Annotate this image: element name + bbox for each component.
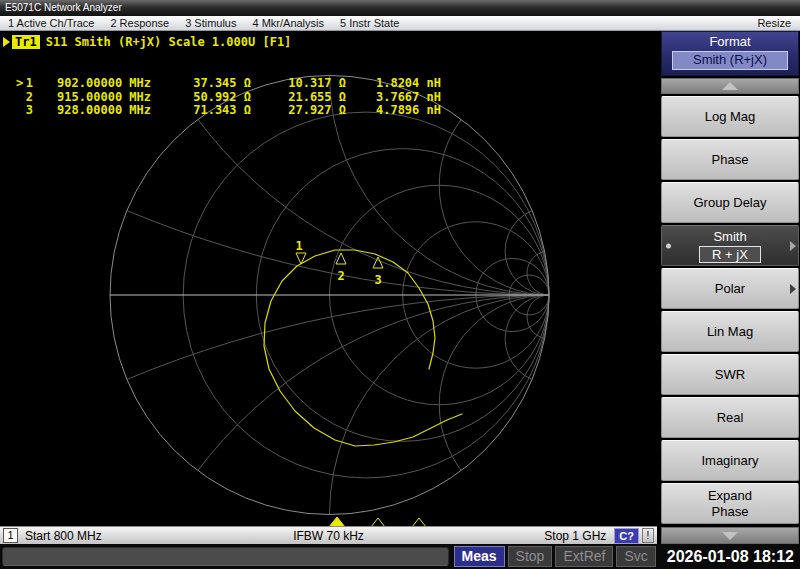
resize-button[interactable]: Resize: [757, 17, 800, 29]
softkey-label: Group Delay: [694, 195, 767, 211]
menu-item-5[interactable]: 5 Instr State: [332, 17, 407, 29]
trace-format-label: S11 Smith (R+jX) Scale 1.000U [F1]: [46, 35, 292, 49]
softkey-label: Smith: [713, 229, 746, 245]
softkey-label: Expand: [708, 488, 752, 504]
stop-status-badge: Stop: [508, 546, 553, 567]
status-left: 1 Start 800 MHz: [0, 528, 219, 543]
titlebar: E5071C Network Analyzer: [0, 0, 800, 16]
alert-indicator: !: [642, 528, 654, 543]
marker-row: 3928.00000 MHz71.343 Ω27.927 Ω4.7896 nH: [0, 104, 441, 118]
softkey-smith[interactable]: SmithR + jX: [661, 225, 799, 266]
marker-row: >1902.00000 MHz37.345 Ω10.317 Ω1.8204 nH: [0, 77, 441, 91]
cal-status-badge: C?: [614, 528, 639, 544]
scroll-down-button[interactable]: [661, 527, 799, 544]
softkey-label: SWR: [715, 367, 745, 383]
softkey-expand-phase[interactable]: ExpandPhase: [661, 483, 799, 524]
marker-cell: 37.345 Ω: [151, 77, 251, 91]
marker-cell: >: [16, 77, 24, 91]
scroll-up-button[interactable]: [661, 78, 799, 94]
marker-cell: 928.00000 MHz: [33, 104, 151, 118]
svc-status-badge: Svc: [616, 546, 655, 567]
marker-cell: 10.317 Ω: [251, 77, 346, 91]
marker-cell: 21.655 Ω: [251, 91, 346, 105]
scroll-up-icon: [722, 82, 738, 90]
app-window: E5071C Network Analyzer 1 Active Ch/Trac…: [0, 0, 800, 569]
submenu-arrow-icon: [790, 241, 796, 251]
status-row: 1 Start 800 MHz IFBW 70 kHz Stop 1 GHz C…: [0, 526, 800, 544]
format-header: Format Smith (R+jX): [661, 31, 799, 76]
scroll-down-icon: [722, 532, 738, 540]
softkey-label: Real: [717, 410, 744, 426]
status-middle: IFBW 70 kHz: [219, 529, 438, 543]
softkey-label: Log Mag: [705, 109, 756, 125]
marker-cell: 1: [24, 77, 33, 91]
marker-table: >1902.00000 MHz37.345 Ω10.317 Ω1.8204 nH…: [0, 77, 441, 118]
marker-cell: [16, 91, 24, 105]
marker-cell: 4.7896 nH: [346, 104, 441, 118]
bottom-bar: Meas Stop ExtRef Svc 2026-01-08 18:12: [0, 544, 800, 569]
softkey-log-mag[interactable]: Log Mag: [661, 96, 799, 137]
trace-header[interactable]: Tr1 S11 Smith (R+jX) Scale 1.000U [F1]: [3, 35, 291, 49]
marker-cell: 915.00000 MHz: [33, 91, 151, 105]
softkey-group-delay[interactable]: Group Delay: [661, 182, 799, 223]
marker-cell: 902.00000 MHz: [33, 77, 151, 91]
start-frequency-label: Start 800 MHz: [25, 529, 102, 543]
meas-status-badge: Meas: [454, 546, 505, 567]
main-area: 123 Tr1 S11 Smith (R+jX) Scale 1.000U [F…: [0, 31, 800, 526]
marker-cell: 3: [24, 104, 33, 118]
channel-indicator: 1: [3, 528, 18, 543]
svg-text:1: 1: [295, 239, 302, 253]
marker-cell: 1.8204 nH: [346, 77, 441, 91]
scroll-down-wrap: [657, 526, 800, 544]
marker-cell: 3.7667 nH: [346, 91, 441, 105]
window-title: E5071C Network Analyzer: [5, 2, 122, 13]
status-bar: 1 Start 800 MHz IFBW 70 kHz Stop 1 GHz C…: [0, 526, 657, 544]
message-panel: [2, 547, 449, 566]
softkey-label: Polar: [715, 281, 745, 297]
marker-cell: [16, 104, 24, 118]
svg-text:2: 2: [337, 269, 344, 283]
softkey-swr[interactable]: SWR: [661, 354, 799, 395]
submenu-arrow-icon: [790, 284, 796, 294]
extref-status-badge: ExtRef: [555, 546, 613, 567]
active-trace-arrow-icon: [3, 37, 10, 47]
trace-badge[interactable]: Tr1: [12, 35, 40, 49]
marker-cell: 27.927 Ω: [251, 104, 346, 118]
marker-cell: 2: [24, 91, 33, 105]
menu-item-4[interactable]: 4 Mkr/Analysis: [244, 17, 332, 29]
format-header-title: Format: [662, 32, 798, 49]
format-header-value: Smith (R+jX): [672, 51, 788, 70]
ifbw-label: IFBW 70 kHz: [293, 529, 364, 543]
softkey-lin-mag[interactable]: Lin Mag: [661, 311, 799, 352]
menubar: 1 Active Ch/Trace2 Response3 Stimulus4 M…: [0, 16, 800, 31]
marker-row: 2915.00000 MHz50.992 Ω21.655 Ω3.7667 nH: [0, 91, 441, 105]
marker-cell: 71.343 Ω: [151, 104, 251, 118]
menu-item-1[interactable]: 1 Active Ch/Trace: [0, 17, 102, 29]
plot-area: 123 Tr1 S11 Smith (R+jX) Scale 1.000U [F…: [0, 31, 657, 526]
menu-item-2[interactable]: 2 Response: [102, 17, 177, 29]
svg-text:3: 3: [374, 273, 381, 287]
marker-cell: 50.992 Ω: [151, 91, 251, 105]
softkey-value-box: R + jX: [699, 246, 761, 263]
softkey-sidebar: Format Smith (R+jX) Log MagPhaseGroup De…: [657, 31, 800, 526]
menu-item-3[interactable]: 3 Stimulus: [177, 17, 244, 29]
status-right: Stop 1 GHz C? !: [438, 528, 657, 544]
softkey-label: Phase: [712, 152, 749, 168]
softkey-label: Lin Mag: [707, 324, 753, 340]
stop-frequency-label: Stop 1 GHz: [544, 529, 606, 543]
softkey-polar[interactable]: Polar: [661, 268, 799, 309]
datetime-display: 2026-01-08 18:12: [659, 548, 798, 566]
softkey-phase[interactable]: Phase: [661, 139, 799, 180]
selected-bullet-icon: [666, 243, 671, 248]
softkey-imaginary[interactable]: Imaginary: [661, 440, 799, 481]
menu-items: 1 Active Ch/Trace2 Response3 Stimulus4 M…: [0, 17, 407, 29]
softkey-label: Phase: [712, 504, 749, 520]
softkey-real[interactable]: Real: [661, 397, 799, 438]
softkey-label: Imaginary: [701, 453, 758, 469]
